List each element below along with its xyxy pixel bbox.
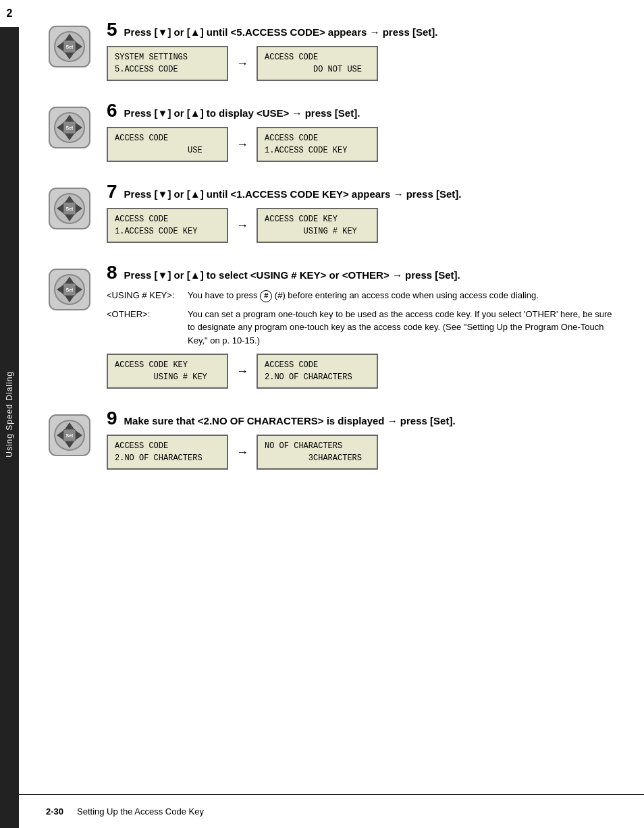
step-5-content: 5 Press [▼] or [▲] until <5.ACCESS CODE>…: [107, 20, 617, 81]
step-5-lcd-left: SYSTEM SETTINGS 5.ACCESS CODE: [107, 46, 228, 81]
step-8-header: 8 Press [▼] or [▲] to select <USING # KE…: [107, 263, 617, 282]
step-7-content: 7 Press [▼] or [▲] until <1.ACCESS CODE …: [107, 182, 617, 243]
step-9-content: 9 Make sure that <2.NO OF CHARACTERS> is…: [107, 409, 617, 470]
sidebar-number: 2: [0, 0, 19, 27]
step-8-lcd-right: ACCESS CODE 2.NO OF CHARACTERS: [257, 354, 378, 389]
footer: 2-30 Setting Up the Access Code Key: [19, 794, 644, 828]
step-6-number: 6: [107, 101, 117, 120]
step-7-lcd-left: ACCESS CODE 1.ACCESS CODE KEY: [107, 208, 228, 243]
step-7-text: Press [▼] or [▲] until <1.ACCESS CODE KE…: [124, 187, 462, 201]
step-7-lcd-row: ACCESS CODE 1.ACCESS CODE KEY → ACCESS C…: [107, 208, 617, 243]
step-8-description: <USING # KEY>: You have to press # (#) b…: [107, 289, 617, 347]
svg-text:Set: Set: [66, 206, 74, 211]
step-9-arrow: →: [236, 445, 248, 460]
using-key-body: You have to press # (#) before entering …: [188, 289, 539, 302]
step-8-block: Set 8 Press [▼] or [▲] to select <USING …: [46, 263, 617, 389]
step-5-block: Set 5 Press [▼] or [▲] until <5.ACCESS C…: [46, 20, 617, 81]
step-6-block: Set 6 Press [▼] or [▲] to display <USE> …: [46, 101, 617, 162]
step-9-number: 9: [107, 409, 117, 428]
step-8-lcd-left: ACCESS CODE KEY USING # KEY: [107, 354, 228, 389]
set-button-icon-8: Set: [46, 266, 93, 313]
step-6-header: 6 Press [▼] or [▲] to display <USE> → pr…: [107, 101, 617, 120]
step-7-lcd-right: ACCESS CODE KEY USING # KEY: [257, 208, 378, 243]
step-9-lcd-left: ACCESS CODE 2.NO OF CHARACTERS: [107, 435, 228, 470]
svg-text:Set: Set: [66, 287, 74, 292]
hash-icon: #: [260, 290, 272, 302]
using-key-item: <USING # KEY>: You have to press # (#) b…: [107, 289, 617, 302]
step-6-lcd-left: ACCESS CODE USE: [107, 127, 228, 162]
step-7-number: 7: [107, 182, 117, 201]
step-6-arrow: →: [236, 138, 248, 152]
step-6-content: 6 Press [▼] or [▲] to display <USE> → pr…: [107, 101, 617, 162]
step-5-lcd-row: SYSTEM SETTINGS 5.ACCESS CODE → ACCESS C…: [107, 46, 617, 81]
main-content: Set 5 Press [▼] or [▲] until <5.ACCESS C…: [19, 0, 644, 530]
other-label: <OTHER>:: [107, 308, 188, 321]
footer-title: Setting Up the Access Code Key: [77, 806, 204, 817]
step-8-content: 8 Press [▼] or [▲] to select <USING # KE…: [107, 263, 617, 389]
sidebar-label: Using Speed Dialing: [5, 371, 14, 458]
step-6-lcd-right: ACCESS CODE 1.ACCESS CODE KEY: [257, 127, 378, 162]
step-8-arrow: →: [236, 364, 248, 379]
footer-page: 2-30: [46, 806, 63, 817]
step-5-header: 5 Press [▼] or [▲] until <5.ACCESS CODE>…: [107, 20, 617, 39]
step-5-lcd-right: ACCESS CODE DO NOT USE: [257, 46, 378, 81]
step-9-lcd-right: NO OF CHARACTERS 3CHARACTERS: [257, 435, 378, 470]
step-9-header: 9 Make sure that <2.NO OF CHARACTERS> is…: [107, 409, 617, 428]
svg-text:Set: Set: [66, 433, 74, 438]
step-8-lcd-row: ACCESS CODE KEY USING # KEY → ACCESS COD…: [107, 354, 617, 389]
step-9-block: Set 9 Make sure that <2.NO OF CHARACTERS…: [46, 409, 617, 470]
step-6-text: Press [▼] or [▲] to display <USE> → pres…: [124, 106, 360, 120]
set-button-icon-6: Set: [46, 104, 93, 151]
sidebar: 2 Using Speed Dialing: [0, 0, 19, 828]
using-key-label: <USING # KEY>:: [107, 289, 188, 302]
step-6-lcd-row: ACCESS CODE USE → ACCESS CODE 1.ACCESS C…: [107, 127, 617, 162]
set-button-icon-5: Set: [46, 23, 93, 70]
svg-text:Set: Set: [66, 126, 74, 130]
step-5-number: 5: [107, 20, 117, 39]
other-item: <OTHER>: You can set a program one-touch…: [107, 308, 617, 348]
step-7-arrow: →: [236, 219, 248, 233]
set-button-icon-9: Set: [46, 412, 93, 459]
step-9-lcd-row: ACCESS CODE 2.NO OF CHARACTERS → NO OF C…: [107, 435, 617, 470]
set-button-icon-7: Set: [46, 185, 93, 232]
step-9-text: Make sure that <2.NO OF CHARACTERS> is d…: [124, 414, 456, 428]
step-7-header: 7 Press [▼] or [▲] until <1.ACCESS CODE …: [107, 182, 617, 201]
step-5-text: Press [▼] or [▲] until <5.ACCESS CODE> a…: [124, 25, 438, 39]
step-5-arrow: →: [236, 57, 248, 71]
step-8-number: 8: [107, 263, 117, 282]
step-8-text: Press [▼] or [▲] to select <USING # KEY>…: [124, 268, 460, 282]
step-7-block: Set 7 Press [▼] or [▲] until <1.ACCESS C…: [46, 182, 617, 243]
svg-text:Set: Set: [66, 45, 74, 49]
other-body: You can set a program one-touch key to b…: [188, 308, 617, 348]
